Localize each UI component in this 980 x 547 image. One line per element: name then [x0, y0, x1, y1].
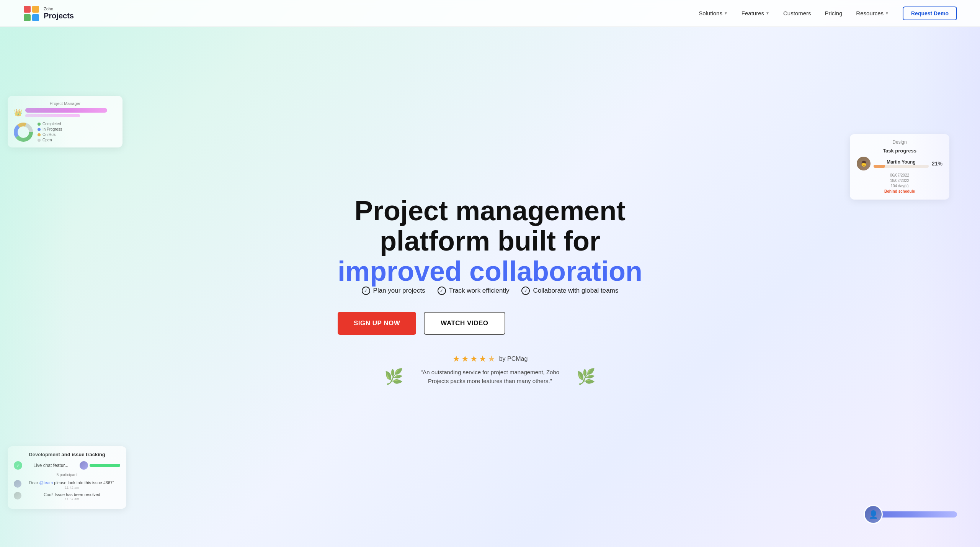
- chat-text-1: Dear @team please look into this issue #…: [24, 480, 120, 485]
- logo[interactable]: Zoho Projects: [23, 5, 74, 22]
- logo-projects-text: Projects: [44, 11, 74, 20]
- dev-title: Development and issue tracking: [14, 452, 120, 457]
- pm-pie-chart: [14, 123, 33, 142]
- navbar: Zoho Projects Solutions▼ Features▼ Custo…: [0, 0, 980, 27]
- request-demo-button[interactable]: Request Demo: [903, 7, 957, 20]
- star-4: ★: [479, 354, 487, 364]
- svg-point-7: [16, 124, 31, 140]
- widget-bottom-right: 👤: [864, 505, 957, 524]
- logo-zoho-text: Zoho: [44, 7, 74, 11]
- task-date2: 18/02/2022: [857, 178, 942, 183]
- hero-title-line1: Project management platform built for im…: [338, 196, 642, 287]
- hero-content: Project management platform built for im…: [338, 196, 642, 386]
- dev-avatar-bar: [80, 461, 120, 470]
- task-duration: 104 day(s): [857, 183, 942, 189]
- feature-track: ✓ Track work efficiently: [438, 287, 510, 295]
- dev-task-name: Live chat featur...: [25, 463, 77, 468]
- caret-features: ▼: [766, 11, 769, 15]
- crown-icon: 👑: [14, 108, 22, 117]
- nav-customers[interactable]: Customers: [783, 10, 811, 16]
- nav-resources[interactable]: Resources▼: [856, 10, 889, 16]
- task-date1: 06/07/2022: [857, 173, 942, 178]
- chat-messages: Dear @team please look into this issue #…: [14, 480, 120, 501]
- task-dates: 06/07/2022 18/02/2022 104 day(s) Behind …: [857, 173, 942, 194]
- star-rating: ★ ★ ★ ★ ★: [452, 354, 495, 364]
- br-bar: [880, 511, 957, 518]
- stars-row: ★ ★ ★ ★ ★ by PCMag: [452, 354, 528, 364]
- svg-rect-3: [32, 14, 39, 21]
- nav-request-demo[interactable]: Request Demo: [903, 7, 957, 20]
- svg-point-6: [16, 124, 31, 140]
- nav-pricing[interactable]: Pricing: [825, 10, 843, 16]
- br-avatar: 👤: [864, 505, 883, 524]
- pm-label: Project Manager: [14, 101, 116, 106]
- quote-text: "An outstanding service for project mana…: [410, 368, 570, 385]
- hero-section: Project Manager 👑 Completed In Progress: [0, 27, 980, 547]
- task-progress-fill: [874, 165, 885, 168]
- pcmag-section: ★ ★ ★ ★ ★ by PCMag 🌿 "An outstanding ser…: [338, 354, 642, 386]
- dev-mini-avatar: [80, 461, 88, 470]
- dev-green-bar: [90, 464, 120, 467]
- svg-point-5: [16, 124, 31, 140]
- watch-video-button[interactable]: WATCH VIDEO: [424, 312, 505, 335]
- svg-rect-1: [32, 6, 39, 13]
- nav-features[interactable]: Features▼: [742, 10, 769, 16]
- quote-container: 🌿 "An outstanding service for project ma…: [384, 368, 596, 386]
- fade-right: [911, 27, 980, 547]
- laurel-right: 🌿: [577, 368, 596, 386]
- svg-rect-0: [24, 6, 31, 13]
- chat-msg-1: Dear @team please look into this issue #…: [14, 480, 120, 489]
- svg-point-4: [16, 124, 31, 140]
- star-2: ★: [461, 354, 469, 364]
- design-label: Design: [857, 139, 942, 145]
- chat-avatar-2: [14, 492, 21, 500]
- pm-bar-2: [25, 114, 80, 117]
- task-person-name: Martin Young: [874, 159, 929, 165]
- fade-left: [0, 27, 69, 547]
- pcmag-label: by PCMag: [499, 355, 528, 362]
- pm-legend: Completed In Progress On Hold Open: [38, 122, 62, 142]
- star-5-half: ★: [488, 354, 495, 364]
- widget-task-progress: Design Task progress 👨 Martin Young 21% …: [850, 134, 949, 200]
- feature-collab: ✓ Collaborate with global teams: [521, 287, 618, 295]
- signup-button[interactable]: SIGN UP NOW: [338, 312, 416, 335]
- chat-avatar-1: [14, 480, 21, 488]
- chat-time-1: 11:42 am: [24, 486, 120, 490]
- logo-icon: [23, 5, 40, 22]
- feature-plan: ✓ Plan your projects: [362, 287, 425, 295]
- star-1: ★: [452, 354, 460, 364]
- task-progress-title: Task progress: [857, 148, 942, 154]
- widget-project-manager: Project Manager 👑 Completed In Progress: [8, 96, 122, 147]
- dev-task-row: ✓ Live chat featur...: [14, 461, 120, 470]
- caret-solutions: ▼: [724, 11, 728, 15]
- caret-resources: ▼: [885, 11, 889, 15]
- chat-text-2: Cool! Issue has been resolved: [24, 492, 120, 497]
- pm-bar-1: [25, 108, 107, 113]
- hero-features: ✓ Plan your projects ✓ Track work effici…: [338, 287, 642, 295]
- laurel-left: 🌿: [384, 368, 403, 386]
- dev-participants: 5 participant: [14, 473, 120, 477]
- dev-task-dot: ✓: [14, 461, 22, 470]
- task-progress-bar: [874, 165, 929, 168]
- check-track-icon: ✓: [438, 287, 446, 295]
- task-percentage: 21%: [932, 160, 942, 167]
- task-avatar: 👨: [857, 157, 871, 170]
- hero-buttons: SIGN UP NOW WATCH VIDEO: [338, 312, 642, 335]
- chat-msg-2: Cool! Issue has been resolved 11:57 am: [14, 492, 120, 501]
- chat-time-2: 11:57 am: [24, 497, 120, 501]
- star-3: ★: [470, 354, 478, 364]
- widget-dev: Development and issue tracking ✓ Live ch…: [8, 446, 126, 509]
- check-collab-icon: ✓: [521, 287, 530, 295]
- task-status: Behind schedule: [857, 189, 942, 194]
- check-plan-icon: ✓: [362, 287, 370, 295]
- nav-links: Solutions▼ Features▼ Customers Pricing R…: [699, 7, 957, 20]
- nav-solutions[interactable]: Solutions▼: [699, 10, 728, 16]
- svg-rect-2: [24, 14, 31, 21]
